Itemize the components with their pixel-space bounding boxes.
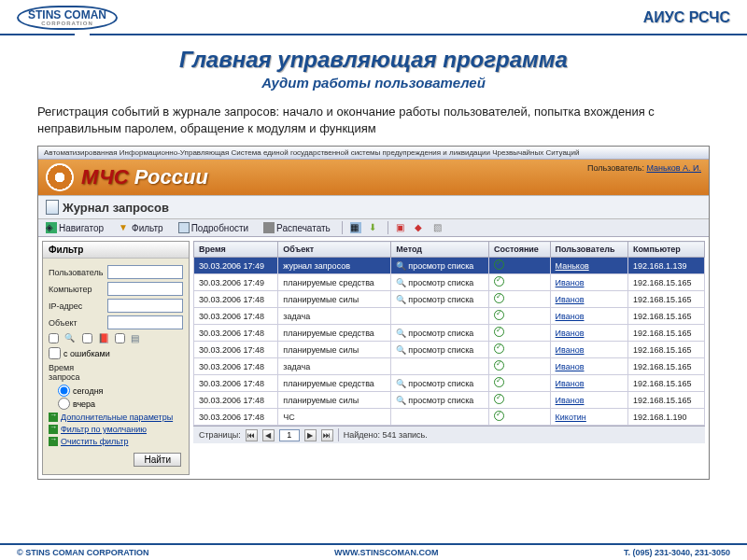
ok-icon	[494, 360, 504, 371]
check-2[interactable]	[82, 333, 92, 343]
magnifier-icon: 🔍	[396, 295, 406, 304]
cell-object: планируемые средства	[278, 375, 391, 392]
table-row[interactable]: 30.03.2006 17:48планируемые средства🔍про…	[194, 325, 705, 342]
column-header[interactable]: Пользователь	[550, 242, 627, 258]
logo: STINS COMAN CORPORATION	[17, 6, 118, 30]
table-row[interactable]: 30.03.2006 17:48планируемые силы🔍просмот…	[194, 392, 705, 409]
column-header[interactable]: Объект	[278, 242, 391, 258]
filter-user-input[interactable]	[107, 265, 183, 279]
time-label: Время запроса	[49, 363, 105, 382]
table-row[interactable]: 30.03.2006 17:48задачаИванов192.168.15.1…	[194, 308, 705, 325]
document-icon	[46, 200, 59, 215]
default-filter-link[interactable]: Фильтр по умолчанию	[49, 425, 183, 434]
details-button[interactable]: Подробности	[175, 221, 252, 234]
cell-object: ЧС	[278, 409, 391, 426]
magnifier-icon: 🔍	[396, 329, 406, 338]
cell-method: 🔍просмотр списка	[391, 291, 489, 308]
icon-check-row: 🔍 📕 ▤	[49, 333, 183, 343]
cell-time: 30.03.2006 17:48	[194, 342, 278, 358]
user-link[interactable]: Иванов	[556, 362, 585, 371]
description: Регистрация событий в журнале запросов: …	[0, 104, 747, 146]
column-header[interactable]: Состояние	[489, 242, 551, 258]
filter-button[interactable]: ▼Фильтр	[115, 221, 167, 234]
check-1[interactable]	[49, 333, 59, 343]
table-row[interactable]: 30.03.2006 17:48планируемые силы🔍просмот…	[194, 291, 705, 308]
column-header[interactable]: Компьютер	[627, 242, 704, 258]
cell-object: планируемые средства	[278, 274, 391, 291]
cell-computer: 192.168.15.165	[627, 291, 704, 308]
filter-object-input[interactable]	[107, 315, 183, 329]
extra-params-link[interactable]: Дополнительные параметры	[49, 413, 183, 422]
page-input[interactable]	[279, 429, 300, 441]
column-header[interactable]: Время	[194, 242, 278, 258]
cell-method: 🔍просмотр списка	[391, 342, 489, 358]
page-title: Главная управляющая программа	[0, 47, 747, 73]
next-page-button[interactable]: ▶	[304, 429, 317, 441]
cell-time: 30.03.2006 17:48	[194, 308, 278, 325]
tool-icon-1[interactable]: ▦	[350, 222, 361, 233]
prev-page-button[interactable]: ◀	[262, 429, 275, 441]
cell-user: Кикотин	[550, 409, 627, 426]
cell-user: Иванов	[550, 325, 627, 342]
table-row[interactable]: 30.03.2006 17:48планируемые силы🔍просмот…	[194, 342, 705, 358]
cell-method: 🔍просмотр списка	[391, 392, 489, 409]
user-link[interactable]: Иванов	[556, 379, 585, 388]
tool-icon-4[interactable]: ◆	[415, 222, 426, 233]
cell-time: 30.03.2006 17:48	[194, 375, 278, 392]
table-row[interactable]: 30.03.2006 17:48ЧСКикотин192.168.1.190	[194, 409, 705, 426]
cell-state	[489, 274, 551, 291]
yesterday-radio[interactable]	[58, 398, 70, 410]
table-row[interactable]: 30.03.2006 17:49планируемые средства🔍про…	[194, 274, 705, 291]
cell-state	[489, 358, 551, 375]
tool-icon-2[interactable]: ⬇	[369, 222, 380, 233]
first-page-button[interactable]: ⏮	[246, 429, 258, 441]
separator	[388, 221, 388, 234]
find-button[interactable]: Найти	[134, 453, 181, 467]
user-link[interactable]: Иванов	[556, 345, 585, 355]
last-page-button[interactable]: ⏭	[321, 429, 333, 441]
cell-time: 30.03.2006 17:48	[194, 325, 278, 342]
user-link[interactable]: Иванов	[556, 312, 585, 321]
arrow-icon	[49, 425, 58, 434]
filter-object-label: Объект	[49, 318, 105, 328]
check-3[interactable]	[115, 333, 125, 343]
cell-state	[489, 291, 551, 308]
table-row[interactable]: 30.03.2006 17:48задачаИванов192.168.15.1…	[194, 358, 705, 375]
today-radio[interactable]	[58, 385, 70, 397]
user-link[interactable]: Кикотин	[556, 413, 586, 422]
yesterday-label: вчера	[73, 399, 95, 409]
navigator-button[interactable]: ◈Навигатор	[42, 221, 107, 234]
user-link[interactable]: Иванов	[556, 278, 585, 287]
user-link[interactable]: Иванов	[556, 396, 585, 405]
cell-state	[489, 342, 551, 358]
cell-method	[391, 308, 489, 325]
user-link[interactable]: Маньков	[556, 261, 589, 271]
pages-label: Страницы:	[199, 430, 241, 440]
grid-wrap: ВремяОбъектМетодСостояниеПользовательКом…	[193, 241, 705, 475]
print-button[interactable]: Распечатать	[260, 221, 334, 234]
request-grid: ВремяОбъектМетодСостояниеПользовательКом…	[193, 241, 705, 426]
cell-method: 🔍просмотр списка	[391, 375, 489, 392]
errors-check[interactable]	[49, 347, 61, 359]
user-link[interactable]: Иванов	[556, 295, 585, 304]
cell-method: 🔍просмотр списка	[391, 325, 489, 342]
filter-computer-label: Компьютер	[49, 285, 105, 294]
user-link[interactable]: Иванов	[556, 329, 585, 338]
tool-icon-5[interactable]: ▧	[433, 222, 444, 233]
cell-state	[489, 392, 551, 409]
cell-time: 30.03.2006 17:49	[194, 258, 278, 274]
clear-filter-link[interactable]: Очистить фильтр	[49, 437, 183, 446]
user-link[interactable]: Маньков А. И.	[646, 163, 701, 173]
filter-computer-input[interactable]	[107, 282, 183, 296]
table-row[interactable]: 30.03.2006 17:49журнал запросов🔍просмотр…	[194, 258, 705, 274]
column-header[interactable]: Метод	[391, 242, 489, 258]
tool-icon-3[interactable]: ▣	[396, 222, 407, 233]
cell-computer: 192.168.1.190	[627, 409, 704, 426]
cell-user: Иванов	[550, 308, 627, 325]
table-row[interactable]: 30.03.2006 17:48планируемые средства🔍про…	[194, 375, 705, 392]
cell-object: задача	[278, 358, 391, 375]
filter-ip-input[interactable]	[107, 299, 183, 313]
cell-state	[489, 308, 551, 325]
ok-icon	[494, 343, 504, 354]
cell-method	[391, 409, 489, 426]
